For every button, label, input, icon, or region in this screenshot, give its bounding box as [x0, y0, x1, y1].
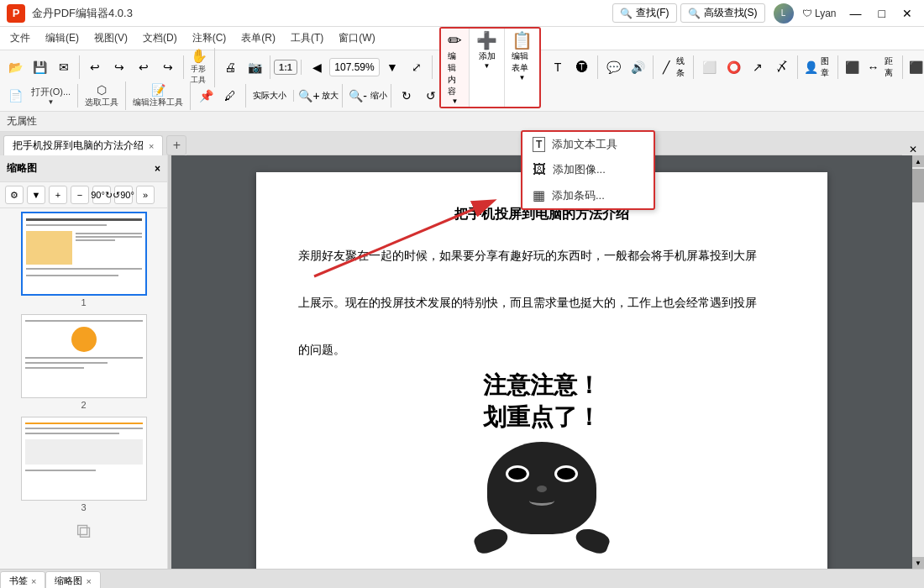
menu-window[interactable]: 窗口(W) — [332, 29, 381, 47]
add-text-tool-item[interactable]: T 添加文本工具 — [522, 132, 654, 157]
print-button[interactable]: 🖨 — [218, 55, 242, 79]
ellipse-tool-button[interactable]: ⭕ — [722, 55, 745, 79]
add-tab-button[interactable]: + — [166, 135, 186, 155]
shrink-button[interactable]: 🔍- — [346, 84, 370, 108]
sidebar-rotate-right-button[interactable]: 90°↻ — [92, 186, 111, 204]
properties-bar: 无属性 — [0, 112, 924, 132]
menu-view[interactable]: 视图(V) — [87, 29, 134, 47]
menu-annotation[interactable]: 注释(C) — [186, 29, 234, 47]
text-tool-button[interactable]: T — [546, 55, 570, 79]
open-folder-button[interactable]: 📂 — [3, 55, 27, 79]
document-body: 亲朋好友聚在一起的时候，如果要分享有趣好玩的东西时，一般都会将手机屏幕投到大屏 … — [298, 244, 785, 361]
sidebar-zoom-out-button[interactable]: − — [71, 186, 89, 204]
callout-button[interactable]: 💬 — [601, 55, 625, 79]
text-style-button[interactable]: 🅣 — [570, 55, 594, 79]
sidebar-tools: ⚙ ▼ + − 90°↻ ↺90° » — [0, 182, 167, 208]
email-button[interactable]: ✉ — [52, 55, 76, 79]
thumbnail-label: 缩略图 — [55, 575, 82, 587]
tab-bookmark[interactable]: 书签 × — [0, 571, 45, 589]
right-scrollbar[interactable]: ▲ ▼ — [912, 155, 924, 569]
thumbnail-3[interactable]: 3 — [3, 417, 164, 512]
line-tool-button[interactable]: ╱ — [657, 55, 675, 79]
area-button[interactable]: ⬛ — [906, 55, 924, 79]
select-group-row2: ⬡ 选取工具 — [81, 81, 126, 110]
sidebar-dropdown-button[interactable]: ▼ — [27, 186, 45, 204]
snapshot-button[interactable]: 📷 — [243, 55, 266, 79]
zoom-expand-button[interactable]: ⤢ — [405, 55, 428, 79]
extra1-button[interactable]: 📌 — [194, 84, 218, 108]
open-button-row2[interactable]: 📄 — [3, 84, 27, 108]
extra2-button[interactable]: 🖊 — [218, 84, 242, 108]
maximize-icon[interactable]: □ — [874, 5, 890, 22]
search-button[interactable]: 🔍 查找(F) — [612, 3, 676, 23]
open-label-button[interactable]: 打开(O)... ▼ — [28, 84, 74, 108]
distance-label: 距离 — [885, 55, 899, 79]
paragraph-2: 上展示。现在的投屏技术发展的特别快，而且需求量也挺大的，工作上也会经常遇到投屏 — [298, 291, 785, 314]
document-tab[interactable]: 把手机投屏到电脑的方法介绍 × — [3, 135, 163, 155]
advanced-search-button[interactable]: 🔍 高级查找(S) — [680, 3, 765, 23]
edit-form-button[interactable]: 📋 编辑表单 ▼ — [505, 29, 539, 107]
extra-tools-group: 📌 🖊 — [194, 84, 246, 108]
scroll-thumb[interactable] — [912, 169, 924, 202]
hand-select-group: ✋ 手形工具 — [187, 48, 215, 87]
tab-close-button[interactable]: × — [149, 141, 154, 151]
thumbnail-1[interactable]: 1 — [3, 212, 164, 307]
zoom-out-small-button[interactable]: ◀ — [305, 55, 328, 79]
stamp-button[interactable]: 👤 — [801, 55, 820, 79]
rotate-cw-button[interactable]: ↻ — [395, 84, 418, 108]
scroll-up-button[interactable]: ▲ — [912, 155, 924, 167]
hand-tool-button[interactable]: ✋ 手形工具 — [187, 48, 211, 87]
rect-tool-button[interactable]: ⬜ — [697, 55, 721, 79]
document-area[interactable]: 把手机投屏到电脑的方法介绍 亲朋好友聚在一起的时候，如果要分享有趣好玩的东西时，… — [171, 155, 912, 569]
zoom-ratio-group: 1:1 — [274, 60, 302, 75]
thumbnail-close-icon[interactable]: × — [86, 576, 91, 586]
add-image-item[interactable]: 🖼 添加图像... — [522, 157, 654, 182]
eraser-button[interactable]: ⬛ — [842, 55, 862, 79]
arrow-tool-button[interactable]: ↗ — [746, 55, 769, 79]
edit-section: ✏ 编辑内容 ▼ ➕ 添加 ▼ 📋 编辑表单 ▼ — [439, 27, 541, 108]
add-button[interactable]: ➕ 添加 ▼ — [470, 29, 505, 107]
sidebar-rotate-left-button[interactable]: ↺90° — [114, 186, 133, 204]
menu-edit[interactable]: 编辑(E) — [39, 29, 86, 47]
advanced-search-icon: 🔍 — [688, 8, 701, 19]
edit-note-button[interactable]: 📝 编辑注释工具 — [129, 81, 186, 110]
menu-document[interactable]: 文档(D) — [136, 29, 184, 47]
menu-file[interactable]: 文件 — [3, 29, 37, 47]
thumbnail-1-num: 1 — [81, 297, 86, 307]
zoom-dropdown-button[interactable]: ▼ — [381, 55, 404, 79]
enlarge-button[interactable]: 🔍+ — [297, 84, 321, 108]
undo-button[interactable]: ↩ — [83, 55, 107, 79]
select-tool-button[interactable]: ⬡ 选取工具 — [81, 81, 122, 110]
sidebar-gear-button[interactable]: ⚙ — [5, 186, 24, 204]
add-barcode-item[interactable]: ▦ 添加条码... — [522, 182, 654, 208]
save-button[interactable]: 💾 — [28, 55, 51, 79]
title-bar: P 金丹PDF编辑器4.0.3 🔍 查找(F) 🔍 高级查找(S) L 🛡 Ly… — [0, 0, 924, 27]
edit-content-button[interactable]: ✏ 编辑内容 ▼ — [441, 29, 470, 107]
menu-form[interactable]: 表单(R) — [234, 29, 282, 47]
tab-thumbnail[interactable]: 缩略图 × — [45, 571, 100, 589]
area-group: ⬛ 周长 ⬛ 面积 — [906, 55, 924, 79]
edit-note-label: 编辑注释工具 — [133, 97, 183, 108]
redo2-button[interactable]: ↪ — [156, 55, 180, 79]
minimize-icon[interactable]: — — [845, 5, 867, 22]
title-right: 🔍 查找(F) 🔍 高级查找(S) L 🛡 Lyan — □ ✕ — [612, 3, 917, 24]
one-to-one-button[interactable]: 1:1 — [274, 60, 297, 75]
sidebar-zoom-in-button[interactable]: + — [49, 186, 67, 204]
zoom-input[interactable] — [329, 58, 380, 76]
edit-form-label: 编辑表单 — [512, 50, 533, 74]
undo2-button[interactable]: ↩ — [132, 55, 155, 79]
menu-tools[interactable]: 工具(T) — [284, 29, 330, 47]
close-icon[interactable]: ✕ — [897, 5, 917, 22]
distance-button[interactable]: ↔ — [863, 55, 883, 79]
sidebar-more-button[interactable]: » — [136, 186, 155, 204]
sidebar-close-button[interactable]: × — [155, 163, 160, 175]
scroll-down-button[interactable]: ▼ — [912, 557, 924, 569]
thumbnail-2[interactable]: 2 — [3, 314, 164, 410]
polyline-tool-button[interactable]: 〆 — [770, 55, 794, 79]
open-arrow: ▼ — [48, 98, 55, 106]
meme-text-line1: 注意注意！ — [298, 370, 785, 402]
close-all-button[interactable]: ✕ — [902, 144, 924, 155]
speaker-button[interactable]: 🔊 — [626, 55, 649, 79]
bookmark-close-icon[interactable]: × — [31, 576, 36, 586]
redo-button[interactable]: ↪ — [108, 55, 131, 79]
